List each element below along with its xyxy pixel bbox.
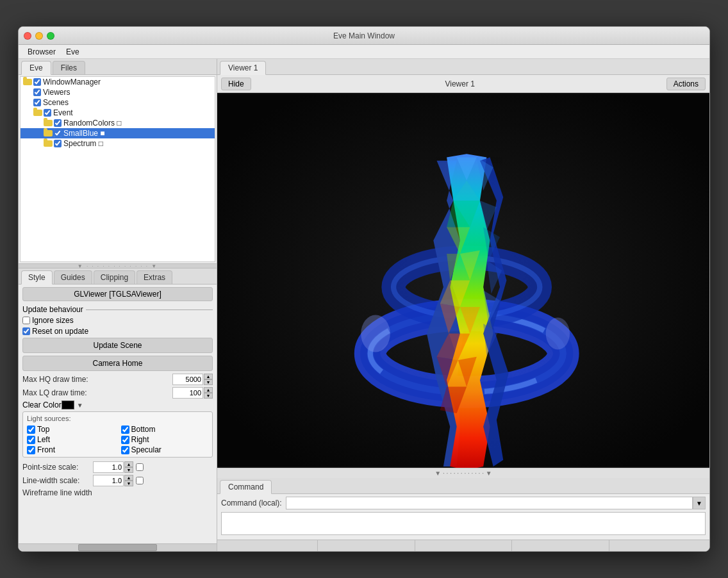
reset-on-update-row: Reset on update (22, 327, 213, 336)
label-light-top: Top (37, 425, 49, 434)
point-size-spinners: ▲ ▼ (124, 461, 133, 473)
actions-button[interactable]: Actions (666, 78, 706, 90)
check-light-top[interactable] (27, 425, 35, 434)
folder-icon-smallblue (44, 129, 53, 137)
max-hq-up[interactable]: ▲ (204, 374, 213, 379)
update-behaviour-label: Update behaviour (22, 305, 83, 314)
command-area: Command (local): ▼ (217, 494, 709, 540)
update-scene-button[interactable]: Update Scene (22, 338, 213, 353)
title-bar: Eve Main Window (19, 27, 709, 45)
panel-divider[interactable]: ▼ · · · · · · · · · · · · ▼ (19, 263, 217, 268)
clear-color-label: Clear Color (22, 400, 62, 409)
command-textarea[interactable] (221, 512, 706, 535)
line-width-check[interactable] (136, 477, 144, 484)
max-hq-down[interactable]: ▼ (204, 379, 213, 385)
tree-item-scenes[interactable]: Scenes (21, 97, 215, 108)
3d-viewport (217, 93, 709, 468)
point-size-down[interactable]: ▼ (124, 467, 133, 473)
tab-viewer1[interactable]: Viewer 1 (220, 61, 266, 75)
light-left: Left (27, 435, 115, 444)
light-grid: Top Bottom Left (27, 425, 208, 454)
tab-extras[interactable]: Extras (136, 270, 172, 284)
tab-clipping[interactable]: Clipping (94, 270, 135, 284)
check-randomcolors[interactable] (54, 119, 62, 127)
light-front: Front (27, 445, 115, 454)
reset-on-update-check[interactable] (22, 327, 30, 335)
tree-area[interactable]: WindowManager Viewers Scenes Event (20, 76, 215, 262)
max-lq-row: Max LQ draw time: ▲ ▼ (22, 387, 213, 399)
glviewer-label[interactable]: GLViewer [TGLSAViewer] (22, 287, 213, 301)
command-local-row: Command (local): ▼ (221, 497, 706, 509)
check-light-specular[interactable] (121, 446, 129, 454)
viewer-bottom-bar: ▼ · · · · · · · · · · · · ▼ (217, 468, 709, 478)
point-size-row: Point-size scale: ▲ ▼ (22, 461, 213, 473)
window-title: Eve Main Window (333, 31, 395, 40)
tree-item-viewers[interactable]: Viewers (21, 87, 215, 97)
light-specular: Specular (121, 445, 209, 454)
left-panel: Eve Files WindowManager Viewers (19, 59, 217, 551)
line-width-row: Line-width scale: ▲ ▼ (22, 475, 213, 486)
check-windowmanager[interactable] (33, 78, 41, 86)
tab-command[interactable]: Command (220, 480, 272, 494)
label-light-left: Left (37, 435, 50, 444)
minimize-button[interactable] (35, 32, 43, 40)
tree-item-event[interactable]: Event (21, 108, 215, 118)
tab-style[interactable]: Style (21, 270, 53, 285)
max-hq-row: Max HQ draw time: ▲ ▼ (22, 374, 213, 385)
status-segment-1 (221, 540, 318, 551)
max-lq-up[interactable]: ▲ (204, 387, 213, 393)
tab-eve[interactable]: Eve (21, 61, 51, 75)
tree-item-smallblue[interactable]: SmallBlue ■ (21, 128, 215, 138)
tab-files[interactable]: Files (53, 61, 85, 74)
max-lq-input[interactable] (172, 387, 203, 399)
status-segment-5 (609, 540, 706, 551)
camera-home-button[interactable]: Camera Home (22, 356, 213, 371)
clear-color-swatch[interactable] (62, 400, 74, 409)
horiz-scrollbar[interactable] (19, 543, 217, 551)
command-dropdown-button[interactable]: ▼ (693, 497, 706, 509)
check-light-bottom[interactable] (121, 425, 129, 434)
command-local-input[interactable] (286, 497, 693, 509)
viewer-title: Viewer 1 (254, 79, 666, 88)
max-lq-down[interactable]: ▼ (204, 393, 213, 399)
line-width-down[interactable]: ▼ (124, 481, 133, 486)
tree-item-windowmanager[interactable]: WindowManager (21, 77, 215, 87)
light-bottom: Bottom (121, 425, 209, 434)
light-sources-title: Light sources: (27, 415, 208, 422)
check-light-right[interactable] (121, 436, 129, 444)
point-size-up[interactable]: ▲ (124, 461, 133, 467)
menu-browser[interactable]: Browser (22, 46, 61, 58)
check-event[interactable] (44, 109, 51, 117)
check-light-left[interactable] (27, 436, 35, 444)
point-size-input[interactable] (93, 461, 124, 473)
canvas-area[interactable] (217, 93, 709, 468)
tree-item-randomcolors[interactable]: RandomColors □ (21, 118, 215, 128)
line-width-up[interactable]: ▲ (124, 475, 133, 481)
check-light-front[interactable] (27, 446, 35, 454)
tab-guides[interactable]: Guides (54, 270, 92, 284)
point-size-check[interactable] (136, 463, 144, 471)
check-smallblue[interactable] (54, 129, 62, 137)
status-segment-3 (415, 540, 512, 551)
horiz-scroll-thumb[interactable] (78, 544, 158, 551)
maximize-button[interactable] (47, 32, 54, 40)
folder-icon-windowmanager (23, 78, 32, 86)
light-top: Top (27, 425, 115, 434)
menu-eve[interactable]: Eve (61, 46, 85, 58)
clear-color-dropdown[interactable]: ▼ (77, 402, 83, 409)
check-scenes[interactable] (33, 99, 41, 106)
status-segment-2 (318, 540, 415, 551)
folder-icon-event (33, 109, 42, 117)
hide-button[interactable]: Hide (221, 78, 251, 90)
style-panel-area: Style Guides Clipping Extras GLViewer [T… (19, 268, 217, 551)
ignore-sizes-check[interactable] (22, 317, 30, 324)
tree-item-spectrum[interactable]: Spectrum □ (21, 138, 215, 149)
line-width-input[interactable] (93, 475, 124, 486)
scroll-indicator: ▼ · · · · · · · · · · · · ▼ (434, 470, 492, 477)
check-viewers[interactable] (33, 88, 41, 96)
check-spectrum[interactable] (54, 140, 62, 147)
max-hq-input[interactable] (172, 374, 203, 385)
close-button[interactable] (24, 32, 31, 40)
max-lq-spin: ▲ ▼ (172, 387, 213, 399)
traffic-lights (24, 32, 54, 40)
